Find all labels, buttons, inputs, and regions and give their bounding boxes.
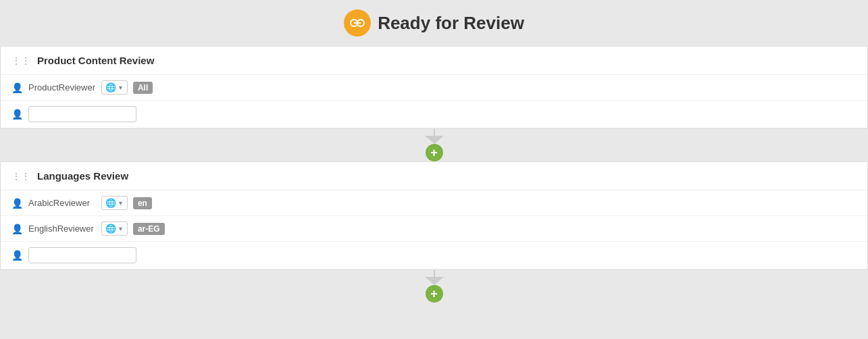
reviewer-input-languages[interactable] [28,247,136,263]
badge-all-product: All [133,82,153,94]
add-step-button-1[interactable]: + [426,144,443,161]
app-container: Ready for Review ⋮⋮ Product Content Revi… [0,0,868,303]
connector-inner-2: + [425,270,444,303]
cards-wrapper: ⋮⋮ Product Content Review 👤 ProductRevie… [0,46,868,303]
card-title-product: Product Content Review [37,55,154,66]
user-icon-english-reviewer: 👤 [11,224,23,234]
badge-en-arabic: en [133,197,152,209]
drag-handle-product[interactable]: ⋮⋮ [11,55,30,66]
arrow-chevron-2 [425,277,444,285]
reviewer-row-product: 👤 ProductReviewer 🌐 ▼ All [1,75,867,101]
card-title-languages: Languages Review [37,170,128,182]
arrow-line-top-2 [434,270,435,277]
globe-dropdown-product[interactable]: 🌐 ▼ [101,80,128,95]
reviewer-name-english: EnglishReviewer [28,224,96,234]
reviewer-name-arabic: ArabicReviewer [28,198,96,208]
reviewer-input-product[interactable] [28,106,136,122]
arrow-line-top-1 [434,129,435,136]
input-row-product: 👤 [1,101,867,128]
arrow-chevron-1 [425,136,444,144]
input-row-languages: 👤 [1,242,867,269]
globe-dropdown-arabic[interactable]: 🌐 ▼ [101,196,128,210]
connector-2: + [0,270,868,303]
card-header-product: ⋮⋮ Product Content Review [1,47,867,75]
user-icon-input-product: 👤 [11,109,23,120]
globe-icon-english: 🌐 [105,224,116,234]
connector-1: + [0,129,868,161]
reviewer-row-english: 👤 EnglishReviewer 🌐 ▼ ar-EG [1,216,867,242]
globe-dropdown-english[interactable]: 🌐 ▼ [101,221,128,236]
product-content-review-card: ⋮⋮ Product Content Review 👤 ProductRevie… [0,46,868,129]
app-logo [344,9,371,36]
user-icon-arabic-reviewer: 👤 [11,198,23,209]
card-header-languages: ⋮⋮ Languages Review [1,162,867,190]
header: Ready for Review [0,0,868,46]
drag-handle-languages[interactable]: ⋮⋮ [11,171,30,182]
reviewer-name-product: ProductReviewer [28,82,96,93]
badge-ar-english: ar-EG [133,223,165,235]
chevron-down-icon-arabic: ▼ [118,200,124,207]
chevron-down-icon-product: ▼ [118,84,124,91]
chevron-down-icon-english: ▼ [118,226,124,232]
user-icon-input-languages: 👤 [11,250,23,261]
languages-review-card: ⋮⋮ Languages Review 👤 ArabicReviewer 🌐 ▼… [0,161,868,270]
connector-inner-1: + [425,129,444,161]
reviewer-row-arabic: 👤 ArabicReviewer 🌐 ▼ en [1,190,867,216]
globe-icon-arabic: 🌐 [105,198,116,208]
user-icon-product-reviewer: 👤 [11,82,23,93]
globe-icon-product: 🌐 [105,82,116,93]
page-title: Ready for Review [378,13,524,34]
add-step-button-2[interactable]: + [426,285,443,303]
